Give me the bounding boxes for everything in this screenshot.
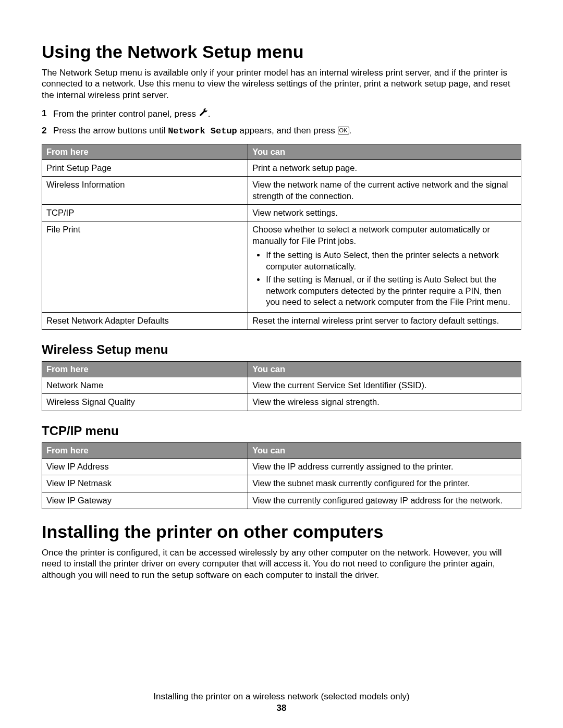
subsection-heading: Wireless Setup menu [42, 342, 521, 357]
col-header-you: You can [248, 442, 521, 458]
page: Using the Network Setup menu The Network… [0, 0, 563, 728]
table-row: Wireless Information View the network na… [42, 177, 521, 205]
table-row: Wireless Signal Quality View the wireles… [42, 394, 521, 411]
table-row: View IP Address View the IP address curr… [42, 458, 521, 475]
section-heading: Installing the printer on other computer… [42, 522, 521, 542]
menu-name: Network Setup [168, 126, 237, 136]
step-text: From the printer control panel, press [53, 109, 199, 119]
step-text-pre: Press the arrow buttons until [53, 126, 168, 135]
step-text-post: appears, and then press [237, 126, 338, 135]
col-header-from: From here [42, 442, 248, 458]
wrench-icon [199, 108, 208, 121]
col-header-you: You can [248, 144, 521, 159]
subsection-heading: TCP/IP menu [42, 424, 521, 438]
step-2: 2 Press the arrow buttons until Network … [42, 125, 521, 138]
page-footer: Installing the printer on a wireless net… [0, 692, 563, 713]
bullet-list: If the setting is Auto Select, then the … [252, 250, 517, 307]
col-header-from: From here [42, 361, 248, 377]
intro-paragraph: Once the printer is configured, it can b… [42, 547, 521, 581]
table-row: Reset Network Adapter Defaults Reset the… [42, 313, 521, 329]
col-header-you: You can [248, 361, 521, 377]
wireless-setup-table: From here You can Network Name View the … [42, 361, 521, 411]
intro-paragraph: The Network Setup menu is available only… [42, 67, 521, 101]
tcpip-table: From here You can View IP Address View t… [42, 442, 521, 509]
section-heading: Using the Network Setup menu [42, 42, 521, 62]
page-number: 38 [0, 703, 563, 713]
col-header-from: From here [42, 144, 248, 159]
table-row: View IP Netmask View the subnet mask cur… [42, 475, 521, 492]
step-1: 1 From the printer control panel, press … [42, 108, 521, 121]
ok-button-icon: OK [338, 127, 349, 134]
steps-list: 1 From the printer control panel, press … [42, 108, 521, 138]
list-item: If the setting is Manual, or if the sett… [266, 274, 517, 307]
table-row: TCP/IP View network settings. [42, 204, 521, 221]
table-row: View IP Gateway View the currently confi… [42, 492, 521, 509]
table-row: File Print Choose whether to select a ne… [42, 221, 521, 313]
chapter-title: Installing the printer on a wireless net… [0, 692, 563, 702]
table-row: Print Setup Page Print a network setup p… [42, 159, 521, 176]
network-setup-table: From here You can Print Setup Page Print… [42, 144, 521, 330]
table-row: Network Name View the current Service Se… [42, 377, 521, 393]
list-item: If the setting is Auto Select, then the … [266, 250, 517, 272]
